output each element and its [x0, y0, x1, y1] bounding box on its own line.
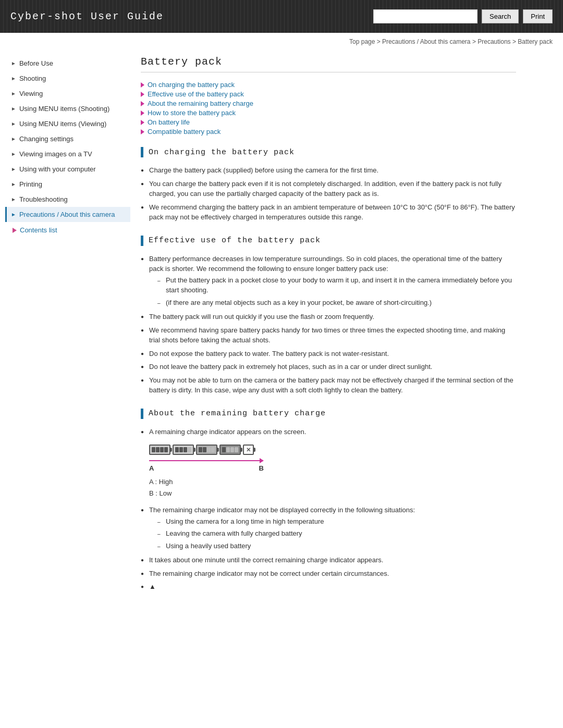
section-bar-effective	[141, 236, 143, 246]
header: Cyber-shot User Guide Search Print	[0, 0, 563, 33]
battery-arrow-head	[260, 458, 264, 463]
contents-list-arrow-icon	[13, 228, 17, 233]
sidebar-arrow-shooting: ►	[11, 76, 16, 81]
effective-item-3: We recommend having spare battery packs …	[141, 324, 516, 347]
sidebar-label-menu-shooting: Using MENU items (Shooting)	[19, 105, 109, 113]
sidebar-item-precautions[interactable]: ► Precautions / About this camera	[5, 207, 130, 222]
sidebar-label-troubleshooting: Troubleshooting	[19, 195, 68, 203]
sidebar-item-using-menu-shooting[interactable]: ► Using MENU items (Shooting)	[5, 101, 130, 116]
remaining-sub-2: Leaving the camera with fully charged ba…	[157, 527, 516, 540]
sidebar-label-menu-viewing: Using MENU items (Viewing)	[19, 120, 106, 128]
battery-icon-row: ✕	[149, 445, 516, 455]
section-heading-effective: Effective use of the battery pack	[141, 236, 516, 246]
sidebar-arrow-before-use: ►	[11, 60, 16, 66]
effective-item-5: Do not leave the battery pack in extreme…	[141, 360, 516, 374]
sidebar-arrow-computer: ►	[11, 166, 16, 172]
sidebar-item-using-computer[interactable]: ► Using with your computer	[5, 162, 130, 177]
breadcrumb-precautions[interactable]: Precautions	[478, 38, 510, 45]
toc-link-life[interactable]: On battery life	[148, 118, 190, 126]
battery-label-b: B	[259, 464, 264, 472]
toc-triangle-5	[141, 120, 144, 125]
sidebar-label-precautions: Precautions / About this camera	[19, 211, 115, 218]
toc-item-3: About the remaining battery charge	[141, 100, 516, 107]
remaining-intro-item: A remaining charge indicator appears on …	[141, 425, 516, 439]
sidebar: ► Before Use ► Shooting ► Viewing ► Usin…	[0, 51, 130, 604]
effective-item-1: Battery performance decreases in low tem…	[141, 252, 516, 311]
sidebar-arrow-menu-viewing: ►	[11, 121, 16, 127]
sidebar-item-changing-settings[interactable]: ► Changing settings	[5, 131, 130, 146]
sidebar-item-before-use[interactable]: ► Before Use	[5, 56, 130, 71]
effective-item-6: You may not be able to turn on the camer…	[141, 374, 516, 397]
sidebar-label-before-use: Before Use	[19, 59, 53, 67]
sidebar-item-shooting[interactable]: ► Shooting	[5, 71, 130, 86]
remaining-sub-1: Using the camera for a long time in high…	[157, 515, 516, 528]
toc-link-compatible[interactable]: Compatible battery pack	[148, 128, 221, 135]
content-area: Battery pack On charging the battery pac…	[130, 51, 527, 604]
breadcrumb-precautions-about[interactable]: Precautions / About this camera	[382, 38, 470, 45]
search-input[interactable]	[373, 9, 478, 23]
effective-sub-1b: (if there are any metal objects such as …	[157, 297, 516, 309]
page-title: Battery pack	[141, 56, 516, 68]
effective-item-4: Do not expose the battery pack to water.…	[141, 347, 516, 361]
sidebar-item-using-menu-viewing[interactable]: ► Using MENU items (Viewing)	[5, 116, 130, 131]
toc-triangle-2	[141, 92, 144, 97]
sidebar-label-tv: Viewing images on a TV	[19, 150, 92, 158]
section-bar-charging	[141, 147, 143, 157]
charging-list: Charge the battery pack (supplied) befor…	[141, 164, 516, 224]
charging-item-1: Charge the battery pack (supplied) befor…	[141, 164, 516, 177]
toc-link-charging[interactable]: On charging the battery pack	[148, 81, 235, 89]
toc-triangle-3	[141, 101, 144, 106]
remaining-item-1: The remaining charge indicator may not b…	[141, 503, 516, 553]
toc-triangle-1	[141, 82, 144, 88]
toc-item-1: On charging the battery pack	[141, 81, 516, 89]
sidebar-arrow-troubleshooting: ►	[11, 196, 16, 202]
battery-desc-b: B : Low	[149, 488, 516, 499]
remaining-item-4: ▲	[141, 580, 516, 594]
sidebar-item-printing[interactable]: ► Printing	[5, 177, 130, 192]
remaining-sub-list: Using the camera for a long time in high…	[157, 515, 516, 552]
remaining-item-3: The remaining charge indicator may not b…	[141, 567, 516, 581]
contents-list-link[interactable]: Contents list	[5, 222, 130, 238]
section-heading-remaining: About the remaining battery charge	[141, 409, 516, 419]
search-button[interactable]: Search	[482, 9, 519, 23]
remaining-intro-list: A remaining charge indicator appears on …	[141, 425, 516, 439]
battery-indicator-container: ✕ A B	[149, 445, 516, 472]
toc-list: On charging the battery pack Effective u…	[141, 81, 516, 135]
toc-item-2: Effective use of the battery pack	[141, 90, 516, 98]
sidebar-item-viewing-tv[interactable]: ► Viewing images on a TV	[5, 146, 130, 162]
battery-arrow-line	[149, 460, 260, 461]
toc-item-5: On battery life	[141, 118, 516, 126]
breadcrumb-top[interactable]: Top page	[349, 38, 375, 45]
toc-triangle-6	[141, 129, 144, 134]
section-heading-charging: On charging the battery pack	[141, 147, 516, 157]
sidebar-item-troubleshooting[interactable]: ► Troubleshooting	[5, 192, 130, 207]
sidebar-arrow-viewing: ►	[11, 91, 16, 96]
effective-list: Battery performance decreases in low tem…	[141, 252, 516, 397]
breadcrumb: Top page > Precautions / About this came…	[0, 33, 563, 51]
print-button[interactable]: Print	[523, 9, 553, 23]
battery-desc-block: A : High B : Low	[149, 476, 516, 499]
toc-link-store[interactable]: How to store the battery pack	[148, 109, 236, 117]
toc-link-remaining[interactable]: About the remaining battery charge	[148, 100, 253, 107]
effective-sublist-1: Put the battery pack in a pocket close t…	[157, 274, 516, 309]
battery-label-a: A	[149, 464, 154, 472]
section-title-charging: On charging the battery pack	[149, 148, 295, 157]
main-layout: ► Before Use ► Shooting ► Viewing ► Usin…	[0, 51, 563, 620]
sidebar-item-viewing[interactable]: ► Viewing	[5, 86, 130, 101]
sidebar-arrow-printing: ►	[11, 181, 16, 187]
sidebar-arrow-changing: ►	[11, 136, 16, 142]
sidebar-label-changing: Changing settings	[19, 135, 74, 143]
battery-icon-half	[196, 445, 217, 455]
sidebar-label-viewing: Viewing	[19, 90, 43, 97]
toc-link-effective-use[interactable]: Effective use of the battery pack	[148, 90, 244, 98]
effective-sub-1a: Put the battery pack in a pocket close t…	[157, 274, 516, 297]
breadcrumb-battery-pack[interactable]: Battery pack	[518, 38, 553, 45]
sidebar-arrow-tv: ►	[11, 151, 16, 157]
section-title-effective: Effective use of the battery pack	[149, 236, 321, 245]
header-right: Search Print	[373, 9, 553, 23]
section-title-remaining: About the remaining battery charge	[149, 409, 326, 418]
section-bar-remaining	[141, 409, 143, 419]
battery-icon-low	[219, 445, 241, 455]
remaining-item-2: It takes about one minute until the corr…	[141, 553, 516, 567]
battery-arrow-row	[149, 458, 264, 463]
